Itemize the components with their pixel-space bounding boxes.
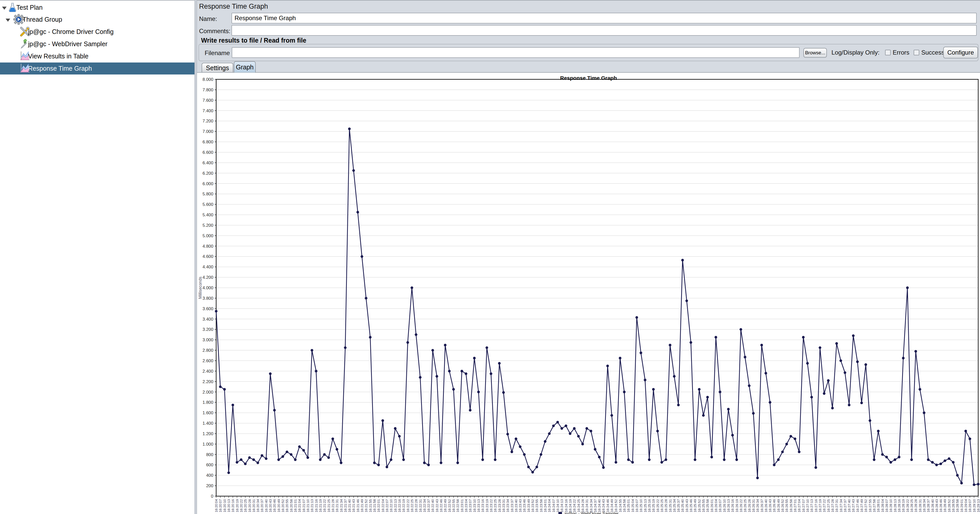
svg-text:16:27:46: 16:27:46 (856, 499, 859, 512)
svg-text:16:26:16: 16:26:16 (731, 499, 735, 512)
svg-text:2.000: 2.000 (202, 390, 213, 395)
browse-button[interactable]: Browse... (803, 48, 827, 58)
svg-text:16:21:49: 16:21:49 (360, 499, 364, 512)
svg-text:16:26:34: 16:26:34 (756, 499, 759, 512)
svg-text:16:29:13: 16:29:13 (977, 499, 980, 512)
write-results-groupbox: Filename Browse... Log/Display Only: Err… (199, 44, 978, 61)
expander-icon[interactable] (6, 19, 10, 22)
svg-text:16:28:55: 16:28:55 (951, 499, 955, 512)
svg-text:16:23:28: 16:23:28 (498, 499, 501, 512)
tree-item-view-results-in-table[interactable]: View Results in Table (0, 50, 194, 62)
svg-text:16:27:34: 16:27:34 (839, 499, 843, 512)
svg-text:16:25:46: 16:25:46 (689, 499, 693, 512)
svg-text:16:24:49: 16:24:49 (610, 499, 614, 512)
svg-text:4.200: 4.200 (202, 275, 213, 280)
svg-text:1.800: 1.800 (202, 400, 213, 405)
svg-text:16:24:46: 16:24:46 (606, 499, 610, 512)
svg-text:0: 0 (211, 494, 213, 499)
svg-text:16:26:37: 16:26:37 (760, 499, 764, 512)
filename-input[interactable] (232, 47, 800, 58)
svg-text:16:24:40: 16:24:40 (597, 499, 601, 512)
svg-text:16:25:40: 16:25:40 (681, 499, 684, 512)
tab-settings[interactable]: Settings (202, 63, 233, 73)
file-section-heading: Write results to file / Read from file (201, 37, 306, 44)
svg-text:16:26:31: 16:26:31 (752, 499, 756, 512)
svg-text:16:28:43: 16:28:43 (935, 499, 939, 512)
page-title: Response Time Graph (199, 3, 268, 11)
svg-text:16:20:37: 16:20:37 (260, 499, 264, 512)
svg-text:16:26:58: 16:26:58 (789, 499, 793, 512)
svg-text:16:27:40: 16:27:40 (847, 499, 851, 512)
svg-text:16:20:55: 16:20:55 (285, 499, 289, 512)
svg-text:2.800: 2.800 (202, 348, 213, 353)
svg-text:16:27:13: 16:27:13 (810, 499, 814, 512)
svg-text:16:27:01: 16:27:01 (793, 499, 797, 512)
svg-text:16:24:37: 16:24:37 (593, 499, 597, 512)
tree-item-webdriver-sampler[interactable]: jp@gc - WebDriver Sampler (0, 38, 194, 50)
svg-text:16:29:07: 16:29:07 (968, 499, 972, 512)
svg-text:16:23:58: 16:23:58 (539, 499, 543, 512)
svg-text:16:29:01: 16:29:01 (960, 499, 964, 512)
svg-text:16:22:10: 16:22:10 (389, 499, 393, 512)
svg-text:16:21:40: 16:21:40 (348, 499, 352, 512)
svg-text:16:28:28: 16:28:28 (914, 499, 918, 512)
svg-text:16:21:01: 16:21:01 (293, 499, 298, 512)
svg-text:16:20:58: 16:20:58 (290, 499, 293, 512)
svg-text:16:22:07: 16:22:07 (385, 499, 389, 512)
svg-text:7.200: 7.200 (202, 119, 213, 124)
successes-checkbox[interactable] (914, 50, 919, 56)
svg-text:16:21:28: 16:21:28 (331, 499, 335, 512)
svg-text:16:27:37: 16:27:37 (843, 499, 847, 512)
svg-text:16:25:34: 16:25:34 (673, 499, 676, 512)
svg-text:16:24:58: 16:24:58 (622, 499, 626, 512)
svg-text:6.400: 6.400 (202, 160, 213, 165)
svg-text:5.400: 5.400 (202, 213, 213, 217)
svg-text:5.200: 5.200 (202, 223, 213, 228)
svg-text:16:21:04: 16:21:04 (298, 499, 301, 512)
tree-item-test-plan[interactable]: Test Plan (0, 2, 194, 14)
svg-text:600: 600 (206, 462, 213, 467)
svg-text:16:23:01: 16:23:01 (460, 499, 464, 512)
svg-text:16:20:16: 16:20:16 (231, 499, 235, 512)
tree-item-response-time-graph[interactable]: Response Time Graph (0, 62, 194, 75)
svg-text:16:28:34: 16:28:34 (922, 499, 926, 512)
svg-text:16:23:40: 16:23:40 (514, 499, 518, 512)
tree-item-chrome-driver-config[interactable]: jp@gc - Chrome Driver Config (0, 26, 194, 38)
svg-text:16:28:49: 16:28:49 (943, 499, 947, 512)
svg-text:16:20:34: 16:20:34 (256, 499, 260, 512)
svg-text:16:24:10: 16:24:10 (556, 499, 560, 512)
panel-splitter[interactable] (194, 0, 197, 514)
svg-text:16:23:25: 16:23:25 (493, 499, 497, 512)
svg-text:16:28:52: 16:28:52 (947, 499, 951, 512)
svg-text:16:26:46: 16:26:46 (772, 499, 776, 512)
tab-graph[interactable]: Graph (234, 61, 256, 73)
svg-text:16:24:07: 16:24:07 (552, 499, 555, 512)
svg-text:16:22:16: 16:22:16 (398, 499, 401, 512)
svg-text:Milliseconds: Milliseconds (198, 276, 202, 299)
errors-checkbox[interactable] (885, 50, 891, 56)
svg-text:16:28:40: 16:28:40 (931, 499, 935, 512)
svg-text:5.600: 5.600 (202, 202, 213, 207)
svg-text:16:20:10: 16:20:10 (223, 499, 227, 512)
tree-item-thread-group[interactable]: Thread Group (0, 14, 194, 25)
expander-icon[interactable] (2, 6, 6, 10)
svg-text:16:20:19: 16:20:19 (235, 499, 239, 512)
svg-text:16:28:58: 16:28:58 (956, 499, 959, 512)
name-input[interactable] (231, 13, 977, 24)
svg-text:16:23:13: 16:23:13 (477, 499, 480, 512)
svg-text:16:21:31: 16:21:31 (335, 499, 339, 512)
svg-text:16:25:37: 16:25:37 (676, 499, 680, 512)
svg-text:16:27:28: 16:27:28 (831, 499, 835, 512)
svg-text:16:21:37: 16:21:37 (344, 499, 347, 512)
svg-text:16:22:31: 16:22:31 (418, 499, 422, 512)
configure-button[interactable]: Configure (943, 47, 978, 59)
legend-swatch-icon (558, 512, 562, 514)
svg-text:16:27:25: 16:27:25 (827, 499, 830, 512)
svg-text:2.600: 2.600 (202, 359, 213, 363)
svg-text:16:21:16: 16:21:16 (314, 499, 318, 512)
svg-text:4.000: 4.000 (202, 286, 213, 290)
svg-text:16:20:07: 16:20:07 (218, 499, 222, 512)
svg-text:16:22:37: 16:22:37 (427, 499, 431, 512)
comments-input[interactable] (231, 25, 977, 36)
svg-text:16:23:55: 16:23:55 (535, 499, 539, 512)
